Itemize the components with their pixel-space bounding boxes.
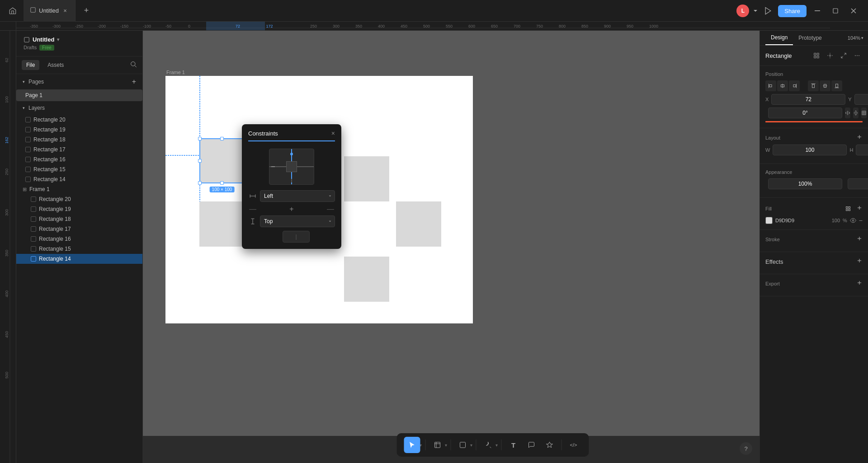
vertical-constraint-select[interactable]: Top Bottom Center Top & Bottom Scale	[260, 215, 335, 227]
search-button[interactable]	[130, 61, 137, 70]
constraint-value-input[interactable]	[283, 231, 310, 243]
list-item[interactable]: Rectangle 15	[16, 164, 142, 174]
help-button[interactable]: ?	[740, 442, 752, 455]
canvas-rectangle[interactable]	[344, 156, 389, 201]
selected-rectangle[interactable]: 100 × 100	[199, 138, 245, 183]
layer-visibility-checkbox[interactable]	[31, 226, 36, 232]
zoom-indicator[interactable]: 104% ▾	[848, 35, 863, 41]
fill-grid-button[interactable]	[843, 203, 854, 214]
prototype-tab[interactable]: Prototype	[793, 31, 827, 45]
tab-close-button[interactable]: ×	[61, 7, 69, 14]
y-input[interactable]	[854, 94, 868, 105]
h-input[interactable]	[856, 145, 868, 155]
align-left-button[interactable]	[765, 80, 776, 91]
list-item[interactable]: Rectangle 20	[16, 115, 142, 125]
layer-visibility-checkbox[interactable]	[25, 157, 31, 162]
x-input[interactable]	[771, 94, 845, 105]
handle-tl[interactable]	[198, 137, 202, 140]
horizontal-constraint-select[interactable]: Left Right Center Left & Right Scale	[260, 190, 335, 202]
layer-visibility-checkbox[interactable]	[31, 196, 36, 202]
list-item[interactable]: Rectangle 16	[16, 154, 142, 164]
pages-section-header[interactable]: ▾ Pages +	[16, 74, 142, 89]
opacity-input[interactable]	[768, 178, 842, 189]
list-item[interactable]: Rectangle 19	[16, 204, 142, 214]
canvas-rectangle[interactable]	[344, 257, 389, 302]
layer-visibility-checkbox[interactable]	[25, 117, 31, 122]
style-icon-button[interactable]	[825, 50, 835, 61]
align-bottom-button[interactable]	[831, 80, 842, 91]
align-top-button[interactable]	[808, 80, 819, 91]
layer-visibility-checkbox[interactable]	[25, 177, 31, 182]
canvas-rectangle[interactable]	[199, 201, 245, 247]
add-export-button[interactable]	[856, 280, 863, 288]
user-avatar[interactable]: L	[736, 5, 749, 17]
canvas-area[interactable]: Frame 1 100 × 100	[143, 31, 760, 436]
layer-visibility-checkbox[interactable]	[31, 236, 36, 242]
add-page-button[interactable]: +	[132, 78, 136, 86]
layer-visibility-checkbox[interactable]	[31, 206, 36, 212]
frame-tool-button[interactable]	[429, 437, 446, 453]
help-button[interactable]	[569, 437, 585, 453]
fill-color-swatch[interactable]	[765, 217, 773, 224]
list-item[interactable]: Rectangle 14	[16, 174, 142, 184]
speech-tool-button[interactable]	[524, 437, 540, 453]
handle-tm[interactable]	[220, 137, 224, 140]
list-item[interactable]: Rectangle 17	[16, 224, 142, 234]
list-item[interactable]: Rectangle 15	[16, 244, 142, 254]
corner-radius-input[interactable]	[848, 178, 868, 189]
shape-tool-button[interactable]	[455, 437, 471, 453]
layer-visibility-checkbox[interactable]	[25, 137, 31, 142]
list-item[interactable]: Rectangle 20	[16, 194, 142, 204]
text-tool-button[interactable]: T	[505, 437, 522, 453]
w-input[interactable]	[773, 145, 847, 155]
component-tool-button[interactable]	[542, 437, 558, 453]
flip-h-button[interactable]	[845, 108, 850, 118]
play-button[interactable]	[762, 5, 774, 17]
layer-visibility-checkbox[interactable]	[31, 256, 36, 262]
design-tab[interactable]: Design	[765, 31, 793, 45]
fill-eye-icon[interactable]	[850, 217, 856, 224]
select-tool-button[interactable]	[404, 437, 420, 453]
page-item-1[interactable]: Page 1	[16, 89, 142, 101]
list-item[interactable]: Rectangle 17	[16, 145, 142, 154]
list-item[interactable]: Rectangle 19	[16, 125, 142, 135]
add-stroke-button[interactable]	[856, 235, 863, 243]
handle-ml[interactable]	[198, 159, 202, 163]
constraint-plus-icon[interactable]: +	[287, 205, 296, 214]
align-center-h-button[interactable]	[777, 80, 788, 91]
close-button[interactable]	[846, 4, 861, 18]
restore-button[interactable]	[828, 4, 843, 18]
home-icon[interactable]	[5, 4, 20, 18]
list-item[interactable]: Rectangle 18	[16, 214, 142, 224]
tab-assets[interactable]: Assets	[43, 60, 68, 70]
constraints-close-button[interactable]: ×	[331, 130, 335, 137]
resize-icon-button[interactable]	[838, 50, 849, 61]
more-icon-button[interactable]	[852, 50, 863, 61]
share-button[interactable]: Share	[778, 5, 807, 17]
tab-item[interactable]: Untitled ×	[24, 0, 75, 22]
avatar-dropdown-icon[interactable]	[753, 8, 758, 14]
project-name[interactable]: Untitled ▾	[24, 36, 135, 43]
add-effect-button[interactable]	[856, 257, 863, 266]
pen-tool-button[interactable]	[480, 437, 496, 453]
add-fill-button[interactable]	[856, 205, 863, 213]
layer-visibility-checkbox[interactable]	[31, 246, 36, 252]
list-item[interactable]: Rectangle 14	[16, 254, 142, 264]
layer-visibility-checkbox[interactable]	[25, 167, 31, 172]
grid-icon-button[interactable]	[811, 50, 822, 61]
align-middle-v-button[interactable]	[820, 80, 830, 91]
flip-v-button[interactable]	[853, 108, 859, 118]
tab-file[interactable]: File	[22, 60, 39, 70]
handle-bl[interactable]	[198, 181, 202, 185]
list-item[interactable]: Rectangle 16	[16, 234, 142, 244]
minimize-button[interactable]	[810, 4, 825, 18]
new-tab-button[interactable]: +	[79, 4, 94, 18]
align-right-button[interactable]	[789, 80, 800, 91]
frame-layer-item[interactable]: ⊞ Frame 1	[16, 184, 142, 194]
angle-input[interactable]	[768, 108, 842, 118]
layer-visibility-checkbox[interactable]	[25, 147, 31, 152]
more-position-button[interactable]	[861, 108, 867, 118]
add-layout-button[interactable]	[856, 134, 863, 142]
layers-section-header[interactable]: ▾ Layers	[16, 101, 142, 115]
handle-bm[interactable]	[220, 181, 224, 185]
